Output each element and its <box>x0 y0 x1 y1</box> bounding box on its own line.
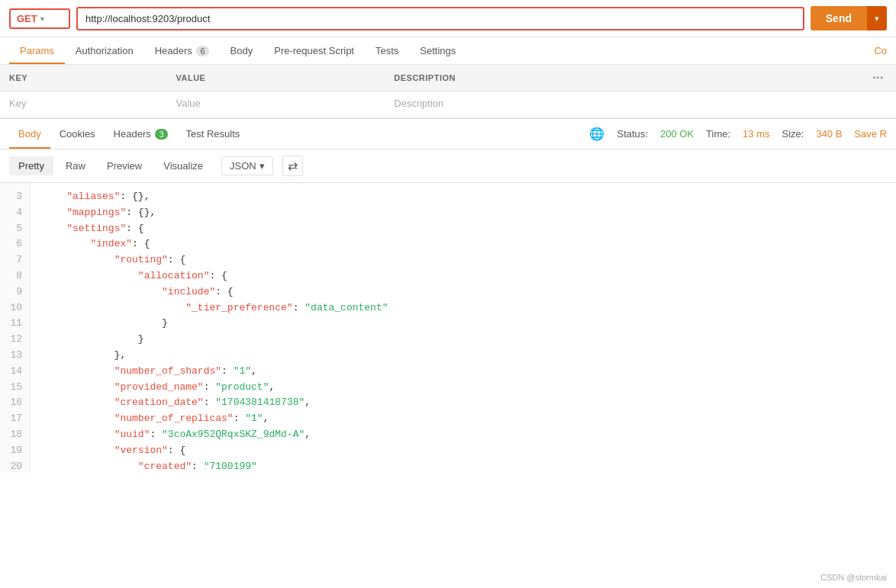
tab-headers[interactable]: Headers 6 <box>144 37 220 64</box>
line-number: 15 <box>0 380 30 396</box>
more-options[interactable]: ··· <box>747 65 896 92</box>
json-key: "creation_date" <box>114 397 204 408</box>
code-line: "allocation": { <box>43 268 884 284</box>
code-line: "provided_name": "product", <box>43 380 884 396</box>
code-line: "settings": { <box>43 221 884 237</box>
resp-tab-headers[interactable]: Headers 3 <box>105 124 177 144</box>
code-line: "number_of_replicas": "1", <box>43 411 884 427</box>
tab-settings[interactable]: Settings <box>409 37 466 64</box>
col-description: DESCRIPTION <box>385 65 747 92</box>
fmt-tab-preview[interactable]: Preview <box>98 156 151 175</box>
url-input[interactable] <box>76 7 804 31</box>
wrap-icon[interactable]: ⇄ <box>282 156 303 176</box>
col-value: VALUE <box>166 65 385 92</box>
json-value: "3coAx952QRqxSKZ_9dMd-A" <box>162 429 305 440</box>
code-line: "creation_date": "1704381418738", <box>43 395 884 411</box>
save-response-button[interactable]: Save R <box>854 128 887 140</box>
value-cell[interactable]: Value <box>166 92 385 116</box>
json-key: "allocation" <box>138 270 210 281</box>
tab-params[interactable]: Params <box>9 37 65 64</box>
code-content[interactable]: "aliases": {}, "mappings": {}, "settings… <box>31 183 896 473</box>
json-key: "number_of_shards" <box>114 365 221 377</box>
resp-tab-body[interactable]: Body <box>9 124 50 144</box>
method-selector[interactable]: GET ▾ <box>9 8 70 29</box>
json-key: "created" <box>138 461 192 472</box>
code-line: "routing": { <box>43 252 884 268</box>
resp-headers-badge: 3 <box>155 129 167 140</box>
json-value: "1" <box>234 365 251 377</box>
time-label: Time: <box>706 128 730 140</box>
code-line: "_tier_preference": "data_content" <box>43 300 884 316</box>
json-key: "index" <box>90 238 132 249</box>
line-number: 16 <box>0 395 30 411</box>
code-line: } <box>43 332 884 348</box>
line-numbers: 345678910111213141516171819202122 <box>0 183 31 473</box>
json-key: "include" <box>162 286 215 297</box>
json-key: "version" <box>114 445 168 456</box>
globe-icon: 🌐 <box>589 127 604 141</box>
json-value: "1704381418738" <box>215 397 305 408</box>
size-label: Size: <box>782 128 804 140</box>
line-number: 17 <box>0 411 30 427</box>
params-table: KEY VALUE DESCRIPTION ··· Key Value Desc… <box>0 65 896 116</box>
send-dropdown-button[interactable]: ▾ <box>867 6 887 31</box>
format-bar: Pretty Raw Preview Visualize JSON ▾ ⇄ <box>0 149 896 183</box>
format-label: JSON <box>230 160 256 172</box>
format-select[interactable]: JSON ▾ <box>221 156 273 175</box>
resp-tab-cookies[interactable]: Cookies <box>50 124 105 144</box>
send-button[interactable]: Send <box>811 6 867 31</box>
line-number: 14 <box>0 364 30 380</box>
json-value: "7100199" <box>204 461 257 472</box>
line-number: 19 <box>0 443 30 459</box>
format-arrow: ▾ <box>259 160 265 172</box>
line-number: 6 <box>0 236 30 252</box>
key-cell[interactable]: Key <box>0 92 166 116</box>
code-area: 345678910111213141516171819202122 "alias… <box>0 183 896 473</box>
code-line: "version": { <box>43 443 884 459</box>
send-button-group: Send ▾ <box>811 6 887 31</box>
code-line: "aliases": {}, <box>43 189 884 205</box>
line-number: 18 <box>0 427 30 443</box>
json-key: "_tier_preference" <box>185 302 292 313</box>
json-key: "provided_name" <box>114 381 204 393</box>
line-number: 20 <box>0 459 30 473</box>
line-number: 5 <box>0 221 30 237</box>
time-value: 13 ms <box>743 128 769 140</box>
line-number: 11 <box>0 316 30 332</box>
request-tabs: Params Authorization Headers 6 Body Pre-… <box>0 37 896 65</box>
line-number: 3 <box>0 189 30 205</box>
headers-badge: 6 <box>196 46 208 56</box>
json-key: "number_of_replicas" <box>114 413 234 424</box>
tab-right-label: Co <box>874 37 887 64</box>
col-key: KEY <box>0 65 166 92</box>
tab-authorization[interactable]: Authorization <box>65 37 144 64</box>
response-status-bar: 🌐 Status: 200 OK Time: 13 ms Size: 340 B… <box>589 127 887 141</box>
code-line: }, <box>43 348 884 364</box>
json-value: "product" <box>215 381 269 393</box>
code-line: "uuid": "3coAx952QRqxSKZ_9dMd-A", <box>43 427 884 443</box>
line-number: 10 <box>0 300 30 316</box>
response-tabs-bar: Body Cookies Headers 3 Test Results 🌐 St… <box>0 119 896 149</box>
params-row-empty: Key Value Description <box>0 92 896 116</box>
json-key: "settings" <box>66 223 126 234</box>
json-key: "aliases" <box>66 191 120 202</box>
json-key: "mappings" <box>66 207 126 218</box>
row-more <box>747 92 896 116</box>
line-number: 13 <box>0 348 30 364</box>
desc-cell[interactable]: Description <box>385 92 747 116</box>
method-label: GET <box>17 13 37 24</box>
fmt-tab-pretty[interactable]: Pretty <box>9 156 53 175</box>
code-line: "number_of_shards": "1", <box>43 364 884 380</box>
tab-body[interactable]: Body <box>220 37 264 64</box>
line-number: 7 <box>0 252 30 268</box>
resp-tab-test-results[interactable]: Test Results <box>177 124 250 144</box>
tab-tests[interactable]: Tests <box>365 37 409 64</box>
fmt-tab-visualize[interactable]: Visualize <box>154 156 212 175</box>
tab-prerequest[interactable]: Pre-request Script <box>263 37 365 64</box>
line-number: 8 <box>0 268 30 284</box>
code-line: "created": "7100199" <box>43 459 884 473</box>
code-line: "include": { <box>43 284 884 300</box>
fmt-tab-raw[interactable]: Raw <box>56 156 95 175</box>
code-line: "index": { <box>43 236 884 252</box>
status-value: 200 OK <box>660 128 694 140</box>
